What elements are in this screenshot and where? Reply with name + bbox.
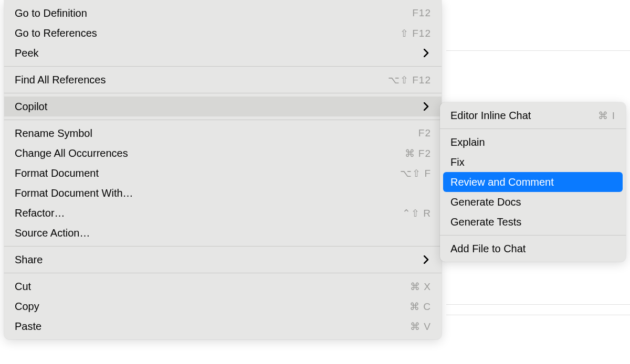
- menu-item-label: Rename Symbol: [15, 127, 92, 140]
- copilot-submenu: Editor Inline Chat⌘ IExplainFixReview an…: [440, 102, 626, 262]
- submenu-item-generate-tests[interactable]: Generate Tests: [440, 212, 626, 232]
- context-menu: Go to DefinitionF12Go to References⇧ F12…: [4, 0, 442, 339]
- menu-separator: [4, 120, 442, 120]
- menu-item-right: ⇧ F12: [400, 27, 431, 39]
- menu-item-peek[interactable]: Peek: [4, 43, 442, 63]
- menu-item-label: Refactor…: [15, 207, 65, 219]
- menu-item-rename-symbol[interactable]: Rename SymbolF2: [4, 123, 442, 143]
- submenu-item-label: Explain: [450, 136, 485, 148]
- menu-item-label: Peek: [15, 47, 39, 59]
- submenu-item-explain[interactable]: Explain: [440, 132, 626, 152]
- menu-item-right: ⌥⇧ F12: [388, 74, 431, 86]
- submenu-item-editor-inline-chat[interactable]: Editor Inline Chat⌘ I: [440, 105, 626, 125]
- menu-item-right: ⌘ X: [410, 281, 431, 293]
- menu-item-format-document[interactable]: Format Document⌥⇧ F: [4, 163, 442, 183]
- submenu-item-label: Fix: [450, 156, 465, 168]
- submenu-item-review-and-comment[interactable]: Review and Comment: [443, 172, 623, 192]
- menu-item-label: Copy: [15, 301, 39, 313]
- menu-separator: [440, 129, 626, 129]
- menu-item-shortcut: ⌘ V: [410, 320, 431, 333]
- menu-item-go-to-references[interactable]: Go to References⇧ F12: [4, 23, 442, 43]
- menu-item-shortcut: ⌘ C: [410, 301, 431, 313]
- menu-item-label: Format Document With…: [15, 187, 133, 199]
- submenu-item-fix[interactable]: Fix: [440, 152, 626, 172]
- menu-item-label: Go to References: [15, 27, 97, 39]
- menu-item-label: Format Document: [15, 167, 99, 179]
- menu-separator: [4, 246, 442, 247]
- menu-item-right: ⌘ F2: [405, 147, 431, 159]
- menu-item-copilot[interactable]: Copilot: [4, 97, 442, 116]
- submenu-item-add-file-to-chat[interactable]: Add File to Chat: [440, 239, 626, 259]
- chevron-right-icon: [422, 48, 431, 58]
- chevron-right-icon: [422, 255, 431, 264]
- menu-item-shortcut: ⇧ F12: [400, 27, 431, 39]
- menu-item-right: [422, 255, 431, 264]
- submenu-item-label: Review and Comment: [450, 176, 554, 188]
- menu-separator: [4, 273, 442, 273]
- menu-item-shortcut: F12: [412, 7, 431, 19]
- menu-item-right: ⌘ V: [410, 320, 431, 333]
- menu-separator: [440, 235, 626, 235]
- menu-item-label: Paste: [15, 320, 41, 333]
- menu-item-format-document-with[interactable]: Format Document With…: [4, 183, 442, 203]
- chevron-right-icon: [422, 102, 431, 111]
- submenu-item-label: Editor Inline Chat: [450, 110, 531, 122]
- submenu-item-generate-docs[interactable]: Generate Docs: [440, 192, 626, 212]
- menu-item-shortcut: ⌃⇧ R: [402, 207, 431, 219]
- menu-item-right: [422, 48, 431, 58]
- menu-item-label: Copilot: [15, 101, 47, 113]
- menu-item-change-all-occurrences[interactable]: Change All Occurrences⌘ F2: [4, 143, 442, 163]
- menu-item-shortcut: F2: [418, 127, 431, 139]
- menu-item-source-action[interactable]: Source Action…: [4, 223, 442, 243]
- menu-item-right: F2: [418, 127, 431, 139]
- menu-item-paste[interactable]: Paste⌘ V: [4, 316, 442, 336]
- menu-item-cut[interactable]: Cut⌘ X: [4, 276, 442, 296]
- menu-item-shortcut: ⌥⇧ F12: [388, 74, 431, 86]
- menu-item-copy[interactable]: Copy⌘ C: [4, 296, 442, 316]
- submenu-item-label: Generate Tests: [450, 216, 521, 228]
- menu-item-refactor[interactable]: Refactor…⌃⇧ R: [4, 203, 442, 223]
- menu-item-shortcut: ⌥⇧ F: [400, 167, 431, 179]
- menu-item-find-all-references[interactable]: Find All References⌥⇧ F12: [4, 70, 442, 90]
- menu-item-label: Find All References: [15, 74, 106, 86]
- menu-item-label: Go to Definition: [15, 7, 87, 19]
- menu-separator: [4, 66, 442, 67]
- menu-item-right: ⌘ C: [410, 301, 431, 313]
- menu-item-label: Change All Occurrences: [15, 147, 128, 159]
- menu-item-right: ⌥⇧ F: [400, 167, 431, 179]
- menu-item-go-to-definition[interactable]: Go to DefinitionF12: [4, 3, 442, 23]
- menu-item-right: [422, 102, 431, 111]
- submenu-item-label: Generate Docs: [450, 196, 521, 208]
- submenu-item-shortcut: ⌘ I: [598, 110, 615, 122]
- submenu-item-label: Add File to Chat: [450, 243, 526, 255]
- menu-separator: [4, 93, 442, 93]
- menu-item-shortcut: ⌘ F2: [405, 147, 431, 159]
- menu-item-right: F12: [412, 7, 431, 19]
- menu-item-label: Share: [15, 254, 43, 266]
- menu-item-label: Cut: [15, 281, 31, 293]
- menu-item-label: Source Action…: [15, 227, 90, 239]
- menu-item-share[interactable]: Share: [4, 250, 442, 270]
- menu-item-shortcut: ⌘ X: [410, 281, 431, 293]
- menu-item-right: ⌃⇧ R: [402, 207, 431, 219]
